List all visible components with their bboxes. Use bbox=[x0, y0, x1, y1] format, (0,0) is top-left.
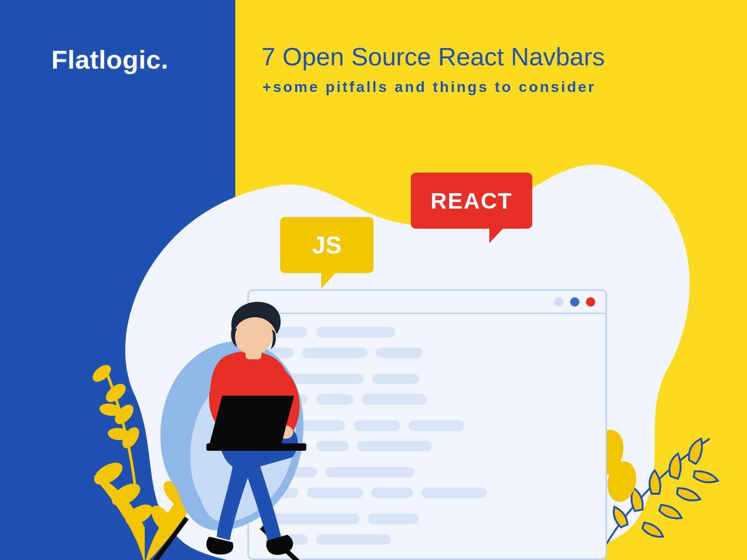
react-bubble: REACT bbox=[411, 173, 532, 229]
js-bubble-tail bbox=[321, 272, 337, 288]
person-illustration bbox=[135, 294, 378, 560]
js-bubble-label: JS bbox=[312, 231, 342, 259]
hero-subtitle: +some pitfalls and things to consider bbox=[262, 78, 596, 96]
window-dot-max-icon bbox=[570, 297, 579, 307]
brand-logo: Flatlogic. bbox=[51, 44, 169, 75]
react-bubble-label: REACT bbox=[430, 188, 512, 214]
window-dot-close-icon bbox=[586, 297, 595, 307]
js-bubble: JS bbox=[280, 217, 374, 273]
svg-line-14 bbox=[154, 518, 187, 560]
svg-point-7 bbox=[105, 382, 127, 403]
svg-point-11 bbox=[109, 429, 128, 440]
leaves-right-icon bbox=[588, 411, 747, 560]
svg-rect-20 bbox=[206, 443, 306, 451]
react-bubble-tail bbox=[489, 227, 504, 243]
hero-title: 7 Open Source React Navbars bbox=[261, 42, 605, 71]
window-dot-min-icon bbox=[554, 297, 564, 307]
